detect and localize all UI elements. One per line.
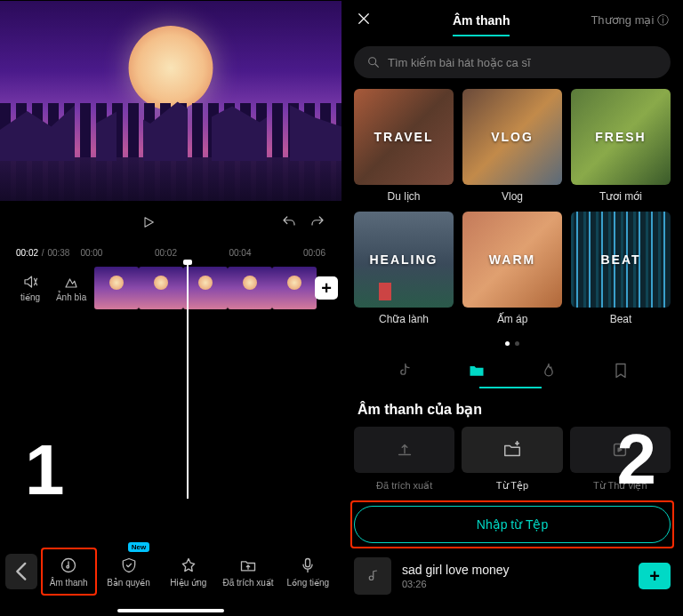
- category-beat[interactable]: BEAT: [571, 212, 671, 308]
- cover-button[interactable]: Ảnh bìa: [53, 267, 89, 309]
- import-file[interactable]: [462, 427, 562, 473]
- clip-thumb[interactable]: [94, 267, 139, 309]
- src-tab-bookmark[interactable]: [603, 358, 639, 383]
- folder-plus-icon: [502, 440, 522, 460]
- close-icon: [356, 11, 372, 27]
- category-row-1: TRAVEL VLOG FRESH: [342, 89, 683, 185]
- playhead[interactable]: [187, 261, 189, 499]
- tool-label: Hiệu ứng: [170, 578, 206, 588]
- cat-label: Ấm áp: [462, 313, 562, 325]
- song-cover: [354, 557, 391, 595]
- svg-point-1: [67, 565, 69, 568]
- src-tab-underline: [479, 387, 542, 388]
- cat-label: Beat: [571, 313, 671, 325]
- bottom-toolbar: Âm thanh New Bản quyền Hiệu ứng Đã trích…: [0, 541, 342, 602]
- src-tab-tiktok[interactable]: [387, 358, 422, 383]
- tool-datrichxuat[interactable]: Đã trích xuất: [220, 548, 276, 596]
- sound-header: Âm thanh Thương mại ⓘ: [342, 0, 683, 41]
- import-label: Đã trích xuất: [354, 480, 454, 492]
- bookmark-icon: [612, 362, 630, 380]
- page-dots: [342, 334, 683, 351]
- tiktok-icon: [396, 362, 414, 380]
- search-icon: [366, 55, 381, 69]
- callout-number-2: 2: [617, 419, 657, 500]
- tool-label: Bản quyền: [107, 578, 150, 588]
- sound-library-screen: Âm thanh Thương mại ⓘ Tìm kiếm bài hát h…: [342, 0, 683, 616]
- search-placeholder: Tìm kiếm bài hát hoặc ca sĩ: [388, 56, 531, 69]
- playback-controls: [0, 201, 342, 244]
- category-overlay: VLOG: [462, 89, 562, 185]
- time-current: 00:02: [16, 248, 38, 258]
- src-tab-folder[interactable]: [459, 358, 494, 383]
- video-preview[interactable]: [0, 1, 342, 201]
- folder-icon: [468, 362, 486, 380]
- clip-strip[interactable]: +: [94, 267, 329, 309]
- tool-longtieng[interactable]: Lồng tiếng: [280, 548, 336, 596]
- extract-icon: [395, 440, 414, 460]
- play-button[interactable]: [141, 214, 156, 230]
- new-badge: New: [128, 542, 149, 552]
- category-overlay: FRESH: [571, 89, 671, 185]
- dot-active: [505, 341, 510, 346]
- tool-label: Lồng tiếng: [287, 578, 330, 588]
- category-labels-2: Chữa lành Ấm áp Beat: [342, 308, 683, 334]
- tool-hieuung[interactable]: Hiệu ứng: [160, 548, 216, 596]
- cat-label: Du lịch: [354, 190, 454, 203]
- category-overlay: TRAVEL: [354, 89, 454, 185]
- clip-thumb[interactable]: [228, 267, 272, 309]
- svg-rect-2: [306, 558, 310, 566]
- clip-thumb[interactable]: [183, 267, 228, 309]
- import-from-file-button[interactable]: Nhập từ Tệp: [354, 506, 671, 543]
- category-overlay: BEAT: [571, 212, 671, 308]
- tool-banquyen[interactable]: New Bản quyền: [100, 548, 157, 596]
- ruler-mark: 00:00: [80, 248, 102, 258]
- song-meta: sad girl love money 03:26: [402, 563, 628, 589]
- preview-graphic-city: [0, 103, 342, 201]
- note-icon: [365, 568, 381, 584]
- search-input[interactable]: Tìm kiếm bài hát hoặc ca sĩ: [354, 46, 671, 78]
- back-button[interactable]: [5, 554, 37, 589]
- cat-label: Chữa lành: [354, 313, 454, 325]
- song-row[interactable]: sad girl love money 03:26 +: [342, 548, 683, 598]
- clip-thumb[interactable]: [139, 267, 183, 309]
- song-add-button[interactable]: +: [639, 563, 671, 589]
- mute-button[interactable]: tiếng: [12, 267, 48, 309]
- tool-label: Âm thanh: [50, 578, 88, 588]
- add-clip-button[interactable]: +: [315, 276, 338, 300]
- category-travel[interactable]: TRAVEL: [354, 89, 454, 185]
- category-healing[interactable]: HEALING: [354, 212, 454, 308]
- category-fresh[interactable]: FRESH: [571, 89, 671, 185]
- import-label: Từ Tệp: [462, 480, 562, 492]
- timeline-track[interactable]: tiếng Ảnh bìa +: [0, 261, 342, 315]
- flame-icon: [540, 362, 558, 380]
- dot: [515, 341, 519, 346]
- clip-thumb[interactable]: [272, 267, 317, 309]
- import-extracted[interactable]: [354, 427, 454, 473]
- src-tab-trending[interactable]: [531, 358, 566, 383]
- song-title: sad girl love money: [402, 563, 628, 577]
- star-icon: [180, 556, 197, 574]
- tab-amthanh[interactable]: Âm thanh: [453, 13, 510, 28]
- home-indicator: [117, 609, 224, 612]
- category-labels-1: Du lịch Vlog Tươi mới: [342, 185, 683, 212]
- ruler-mark: 00:06: [303, 248, 325, 258]
- tab-thuongmai[interactable]: Thương mại ⓘ: [591, 12, 669, 28]
- callout-number-1: 1: [25, 429, 65, 511]
- ruler-mark: 00:02: [155, 248, 177, 258]
- preview-graphic-sun: [129, 26, 213, 110]
- category-warm[interactable]: WARM: [462, 212, 562, 308]
- mic-icon: [299, 556, 317, 574]
- redo-button[interactable]: [309, 214, 325, 230]
- undo-button[interactable]: [281, 214, 297, 230]
- cover-label: Ảnh bìa: [56, 292, 87, 302]
- ruler-mark: 00:04: [229, 248, 251, 258]
- category-vlog[interactable]: VLOG: [462, 89, 562, 185]
- category-overlay: WARM: [462, 212, 562, 308]
- category-overlay: HEALING: [354, 212, 454, 308]
- tool-amthanh[interactable]: Âm thanh: [41, 548, 97, 596]
- editor-screen: 00:02 / 00:38 00:00 00:02 00:04 00:06 ti…: [0, 0, 342, 616]
- category-row-2: HEALING WARM BEAT: [342, 212, 683, 308]
- close-button[interactable]: [356, 11, 372, 31]
- mute-label: tiếng: [20, 292, 40, 302]
- folder-out-icon: [239, 556, 257, 574]
